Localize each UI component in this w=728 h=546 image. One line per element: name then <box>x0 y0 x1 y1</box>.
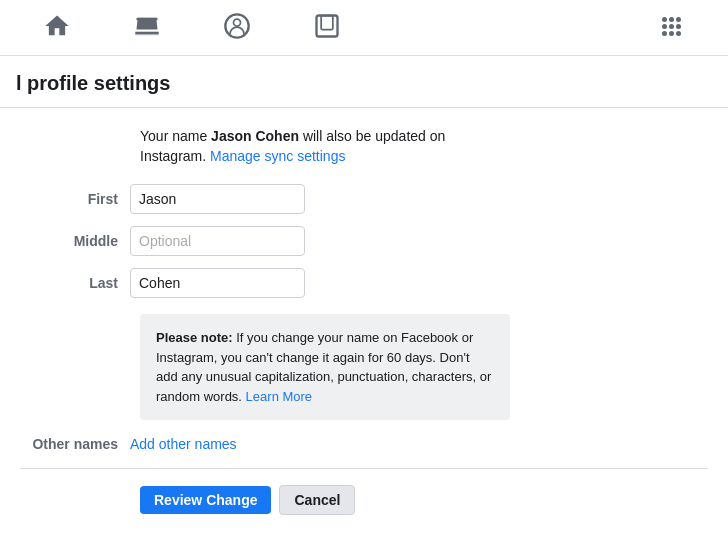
svg-rect-3 <box>317 16 338 37</box>
grid-icon <box>662 17 681 36</box>
middle-label: Middle <box>20 233 130 249</box>
top-nav <box>0 0 728 56</box>
sync-instagram-label: Instagram. <box>140 148 206 164</box>
sync-notice-name: Jason Cohen <box>211 128 299 144</box>
sync-notice-text-after: will also be updated on <box>299 128 445 144</box>
add-other-names-link[interactable]: Add other names <box>130 436 237 452</box>
sync-notice: Your name Jason Cohen will also be updat… <box>140 128 708 144</box>
nav-bookmark[interactable] <box>282 0 372 56</box>
review-change-button[interactable]: Review Change <box>140 486 271 514</box>
middle-name-row: Middle <box>20 226 708 256</box>
other-names-row: Other names Add other names <box>20 436 708 469</box>
note-bold: Please note: <box>156 330 233 345</box>
page-title-bar: l profile settings <box>0 56 728 108</box>
last-name-row: Last <box>20 268 708 298</box>
last-label: Last <box>20 275 130 291</box>
button-row: Review Change Cancel <box>140 485 708 515</box>
bookmark-icon <box>313 12 341 40</box>
first-name-row: First <box>20 184 708 214</box>
nav-grid[interactable] <box>626 0 716 56</box>
other-names-label: Other names <box>20 436 130 452</box>
people-icon <box>223 12 251 40</box>
store-icon <box>133 12 161 40</box>
svg-rect-4 <box>321 16 333 30</box>
main-content: Your name Jason Cohen will also be updat… <box>0 108 728 546</box>
home-icon <box>43 12 71 40</box>
page-title: l profile settings <box>16 72 712 107</box>
manage-sync-link[interactable]: Manage sync settings <box>210 148 345 164</box>
sync-notice-text-before: Your name <box>140 128 211 144</box>
page-container: l profile settings Your name Jason Cohen… <box>0 56 728 546</box>
middle-name-input[interactable] <box>130 226 305 256</box>
cancel-button[interactable]: Cancel <box>279 485 355 515</box>
first-name-input[interactable] <box>130 184 305 214</box>
first-label: First <box>20 191 130 207</box>
sync-notice-line2: Instagram. Manage sync settings <box>140 148 708 164</box>
nav-store[interactable] <box>102 0 192 56</box>
nav-home[interactable] <box>12 0 102 56</box>
learn-more-link[interactable]: Learn More <box>246 389 312 404</box>
nav-people[interactable] <box>192 0 282 56</box>
name-change-note: Please note: If you change your name on … <box>140 314 510 420</box>
last-name-input[interactable] <box>130 268 305 298</box>
svg-point-2 <box>234 19 241 26</box>
